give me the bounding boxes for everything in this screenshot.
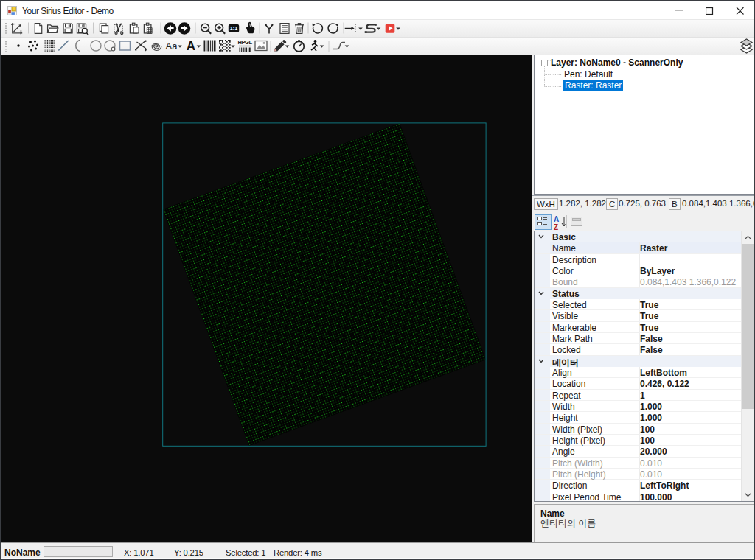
svg-text:1:1: 1:1 (230, 25, 237, 32)
svg-text:A: A (187, 39, 195, 53)
svg-text:HPGL: HPGL (237, 39, 252, 46)
svg-text:Aa: Aa (166, 41, 178, 52)
